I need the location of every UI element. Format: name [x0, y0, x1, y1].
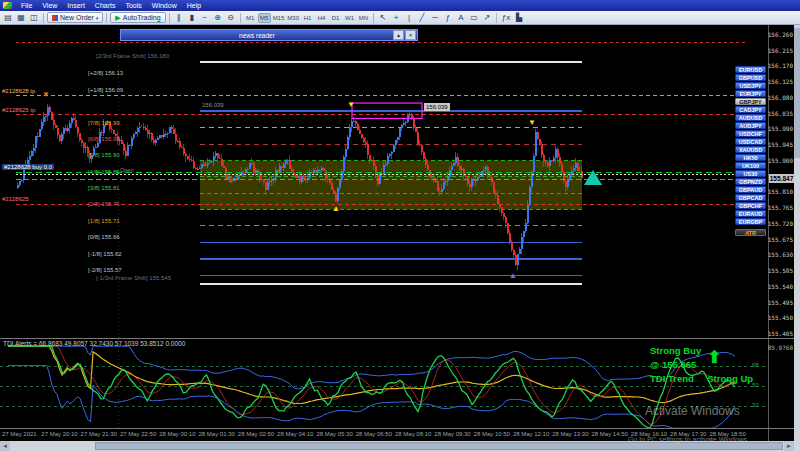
- murrey-level-label: [4/8] 155.85: [88, 169, 120, 175]
- fibonacci-icon[interactable]: ƒ: [442, 12, 454, 23]
- symbol-gbpaud[interactable]: GBPAUD: [735, 186, 766, 193]
- current-price-tag: 155.847: [769, 174, 794, 183]
- bar-chart-icon[interactable]: ∥: [173, 12, 185, 23]
- menu-file[interactable]: File: [16, 0, 37, 11]
- symbol-xauusd[interactable]: XAUUSD: [735, 146, 766, 153]
- timeframe-h4[interactable]: H4: [315, 13, 328, 23]
- murrey-level-label: [-2/8] 155.57: [88, 267, 122, 273]
- text-icon[interactable]: A: [455, 12, 467, 23]
- menu-view[interactable]: View: [37, 0, 62, 11]
- price-scale[interactable]: 156.260156.215156.170156.125156.080156.0…: [768, 25, 794, 441]
- vertical-scrollbar[interactable]: [794, 25, 800, 451]
- trade-line-label[interactable]: #2128625: [2, 196, 29, 202]
- buy-signal-triangle-icon: [584, 170, 602, 185]
- timeframe-d1[interactable]: D1: [329, 13, 342, 23]
- new-order-button[interactable]: New Order ▾: [47, 12, 103, 23]
- play-icon: ▶: [115, 14, 120, 22]
- trendline-icon[interactable]: ╱: [416, 12, 428, 23]
- murrey-level-label: [-1/8] 155.62: [88, 251, 122, 257]
- scroll-left-icon[interactable]: ◄: [0, 441, 10, 451]
- signal-line2: @ 155.665: [650, 358, 701, 372]
- price-tick: 156.035: [768, 110, 793, 117]
- zoom-out-icon[interactable]: ⊖: [225, 12, 237, 23]
- symbol-gbpusd[interactable]: GBPUSD: [735, 74, 766, 81]
- profiles-icon[interactable]: ▦: [15, 12, 27, 23]
- minimize-icon[interactable]: ▲: [393, 30, 404, 40]
- horizontal-line-icon[interactable]: ─: [429, 12, 441, 23]
- price-tick: 155.810: [768, 188, 793, 195]
- timeframe-mn[interactable]: MN: [357, 13, 370, 23]
- close-icon[interactable]: ✕: [405, 30, 416, 40]
- dropdown-caret-icon[interactable]: ▾: [96, 15, 99, 21]
- time-tick: 28 May 02:50: [238, 431, 274, 437]
- timeframe-w1[interactable]: W1: [343, 13, 356, 23]
- chart-area[interactable]: [+2/8] 156.13[+1/8] 156.09[7/8] 155.99[6…: [0, 25, 768, 338]
- app-logo-icon: [3, 2, 12, 9]
- toolbar-separator: [169, 13, 170, 23]
- trade-line-label[interactable]: #2128625 tp: [2, 107, 35, 113]
- tdi-level-label: 68: [752, 362, 759, 368]
- murrey-level-label: [+2/8] 156.13: [88, 70, 123, 76]
- menu-charts[interactable]: Charts: [90, 0, 121, 11]
- symbol-audusd[interactable]: AUDUSD: [735, 114, 766, 121]
- symbol-gbpcad[interactable]: GBPCAD: [735, 194, 766, 201]
- zoom-in-icon[interactable]: ⊕: [212, 12, 224, 23]
- scrollbar-thumb[interactable]: [95, 442, 783, 450]
- tdi-title: TDI Alerts = 66.8683 49.8057 32.7430 57.…: [3, 340, 185, 347]
- atr-button[interactable]: ATR: [735, 229, 766, 236]
- symbol-us30[interactable]: US30: [735, 170, 766, 177]
- tdi-scale-max: 85.9768: [768, 344, 793, 351]
- symbol-hk50[interactable]: HK50: [735, 154, 766, 161]
- news-reader-window[interactable]: news reader ▲ ✕: [120, 29, 418, 41]
- symbol-uk100[interactable]: UK100: [735, 162, 766, 169]
- templates-icon[interactable]: ▙: [513, 12, 525, 23]
- menu-tools[interactable]: Tools: [120, 0, 146, 11]
- frame-shift-label: [2/3rd Frame Shift] 156.180: [96, 53, 169, 59]
- crosshair-icon[interactable]: +: [390, 12, 402, 23]
- symbol-cadjpy[interactable]: CADJPY: [735, 106, 766, 113]
- symbol-usdchf[interactable]: USDCHF: [735, 130, 766, 137]
- indicators-icon[interactable]: ƒx: [500, 12, 512, 23]
- symbol-eurusd[interactable]: EURUSD: [735, 66, 766, 73]
- vscrollbar-thumb[interactable]: [794, 28, 800, 158]
- price-tick: 156.125: [768, 78, 793, 85]
- symbol-audjpy[interactable]: AUDJPY: [735, 122, 766, 129]
- symbol-eurgbp[interactable]: EURGBP: [735, 218, 766, 225]
- symbol-euraud[interactable]: EURAUD: [735, 210, 766, 217]
- down-signal-arrow-icon: ▼: [347, 101, 355, 109]
- symbol-usdjpy[interactable]: USDJPY: [735, 82, 766, 89]
- symbol-gbpjpy[interactable]: GBPJPY: [735, 98, 766, 105]
- candlestick-icon[interactable]: ▮: [186, 12, 198, 23]
- chart-window-icon[interactable]: ◫: [28, 12, 40, 23]
- arrow-tool-icon[interactable]: ↗: [481, 12, 493, 23]
- vertical-line-icon[interactable]: |: [403, 12, 415, 23]
- timeframe-m30[interactable]: M30: [286, 13, 300, 23]
- price-tick: 155.720: [768, 220, 793, 227]
- symbol-gbpnzd[interactable]: GBPNZD: [735, 178, 766, 185]
- news-reader-title[interactable]: news reader: [121, 31, 393, 40]
- trade-line-label[interactable]: #2128628 tp: [2, 88, 35, 94]
- trade-line-label[interactable]: #2128628 buy 0.0: [2, 164, 54, 170]
- scroll-right-icon[interactable]: ►: [784, 441, 794, 451]
- timeframe-m5[interactable]: M5: [258, 13, 271, 23]
- cursor-icon[interactable]: ↖: [377, 12, 389, 23]
- menu-insert[interactable]: Insert: [62, 0, 90, 11]
- menu-bar: FileViewInsertChartsToolsWindowHelp: [0, 0, 800, 11]
- timeframe-m15[interactable]: M15: [272, 13, 286, 23]
- menu-help[interactable]: Help: [182, 0, 206, 11]
- timeframe-h1[interactable]: H1: [301, 13, 314, 23]
- timeframe-m1[interactable]: M1: [244, 13, 257, 23]
- menu-window[interactable]: Window: [147, 0, 182, 11]
- new-chart-icon[interactable]: ▤: [2, 12, 14, 23]
- symbol-eurjpy[interactable]: EURJPY: [735, 90, 766, 97]
- time-tick: 27 May 21:30: [81, 431, 117, 437]
- activate-windows-subtext: Go to PC settings to activate Windows.: [628, 436, 749, 443]
- line-chart-icon[interactable]: ~: [199, 12, 211, 23]
- price-tick: 155.765: [768, 204, 793, 211]
- symbol-usdcad[interactable]: USDCAD: [735, 138, 766, 145]
- time-tick: 28 May 00:10: [159, 431, 195, 437]
- autotrading-button[interactable]: ▶ AutoTrading: [110, 12, 165, 23]
- time-tick: 27 May 20:10: [41, 431, 77, 437]
- shapes-icon[interactable]: ▭: [468, 12, 480, 23]
- symbol-gbpchf[interactable]: GBPCHF: [735, 202, 766, 209]
